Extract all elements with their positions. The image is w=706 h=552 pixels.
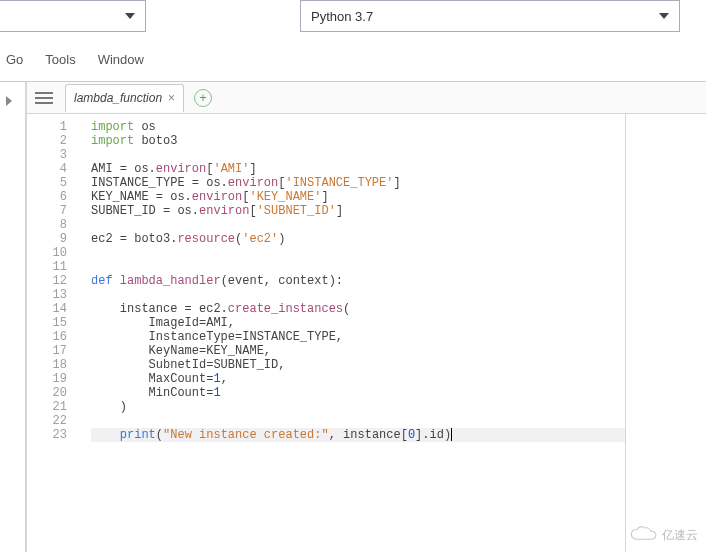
add-tab-button[interactable]: + xyxy=(194,89,212,107)
runtime-select[interactable]: Python 3.7 xyxy=(300,0,680,32)
workspace: lambda_function × + 12345678910111213141… xyxy=(0,82,706,552)
line-number: 2 xyxy=(27,134,67,148)
code-line[interactable]: print("New instance created:", instance[… xyxy=(91,428,625,442)
line-number: 9 xyxy=(27,232,67,246)
expand-panel-icon[interactable] xyxy=(6,96,12,106)
code-line[interactable]: SUBNET_ID = os.environ['SUBNET_ID'] xyxy=(91,204,625,218)
code-line[interactable]: ) xyxy=(91,400,625,414)
editor-area: lambda_function × + 12345678910111213141… xyxy=(26,82,706,552)
code-line[interactable]: INSTANCE_TYPE = os.environ['INSTANCE_TYP… xyxy=(91,176,625,190)
code-line[interactable]: MaxCount=1, xyxy=(91,372,625,386)
code-content[interactable]: import osimport boto3AMI = os.environ['A… xyxy=(77,114,625,552)
code-line[interactable]: KEY_NAME = os.environ['KEY_NAME'] xyxy=(91,190,625,204)
line-number: 8 xyxy=(27,218,67,232)
menu-tools[interactable]: Tools xyxy=(45,52,75,67)
line-number: 18 xyxy=(27,358,67,372)
code-line[interactable] xyxy=(91,260,625,274)
menu-bar: Go Tools Window xyxy=(0,36,706,82)
line-number: 17 xyxy=(27,344,67,358)
line-number: 13 xyxy=(27,288,67,302)
close-icon[interactable]: × xyxy=(168,91,175,105)
code-line[interactable]: ImageId=AMI, xyxy=(91,316,625,330)
line-number: 5 xyxy=(27,176,67,190)
tab-label: lambda_function xyxy=(74,91,162,105)
code-line[interactable]: KeyName=KEY_NAME, xyxy=(91,344,625,358)
tab-list-icon[interactable] xyxy=(35,90,53,106)
line-number: 7 xyxy=(27,204,67,218)
code-line[interactable] xyxy=(91,288,625,302)
code-line[interactable]: AMI = os.environ['AMI'] xyxy=(91,162,625,176)
line-number: 22 xyxy=(27,414,67,428)
line-number: 11 xyxy=(27,260,67,274)
runtime-value: Python 3.7 xyxy=(311,9,373,24)
line-number: 12 xyxy=(27,274,67,288)
line-number: 10 xyxy=(27,246,67,260)
code-line[interactable] xyxy=(91,148,625,162)
line-number: 16 xyxy=(27,330,67,344)
code-line[interactable]: SubnetId=SUBNET_ID, xyxy=(91,358,625,372)
line-number: 4 xyxy=(27,162,67,176)
line-number: 6 xyxy=(27,190,67,204)
tab-bar: lambda_function × + xyxy=(27,82,706,114)
runtime-role-select[interactable] xyxy=(0,0,146,32)
code-line[interactable] xyxy=(91,246,625,260)
code-line[interactable] xyxy=(91,414,625,428)
side-panel-collapsed xyxy=(0,82,26,552)
chevron-down-icon xyxy=(125,13,135,19)
line-number-gutter: 1234567891011121314151617181920212223 xyxy=(27,114,77,552)
line-number: 21 xyxy=(27,400,67,414)
code-line[interactable]: MinCount=1 xyxy=(91,386,625,400)
code-line[interactable]: import os xyxy=(91,120,625,134)
line-number: 23 xyxy=(27,428,67,442)
line-number: 14 xyxy=(27,302,67,316)
code-line[interactable]: instance = ec2.create_instances( xyxy=(91,302,625,316)
line-number: 1 xyxy=(27,120,67,134)
code-line[interactable] xyxy=(91,218,625,232)
code-line[interactable]: InstanceType=INSTANCE_TYPE, xyxy=(91,330,625,344)
line-number: 15 xyxy=(27,316,67,330)
code-editor[interactable]: 1234567891011121314151617181920212223 im… xyxy=(27,114,626,552)
chevron-down-icon xyxy=(659,13,669,19)
menu-go[interactable]: Go xyxy=(6,52,23,67)
line-number: 19 xyxy=(27,372,67,386)
menu-window[interactable]: Window xyxy=(98,52,144,67)
line-number: 3 xyxy=(27,148,67,162)
text-cursor xyxy=(451,428,452,441)
top-select-row: Python 3.7 xyxy=(0,0,706,36)
code-line[interactable]: ec2 = boto3.resource('ec2') xyxy=(91,232,625,246)
code-line[interactable]: def lambda_handler(event, context): xyxy=(91,274,625,288)
code-line[interactable]: import boto3 xyxy=(91,134,625,148)
tab-lambda-function[interactable]: lambda_function × xyxy=(65,84,184,112)
line-number: 20 xyxy=(27,386,67,400)
